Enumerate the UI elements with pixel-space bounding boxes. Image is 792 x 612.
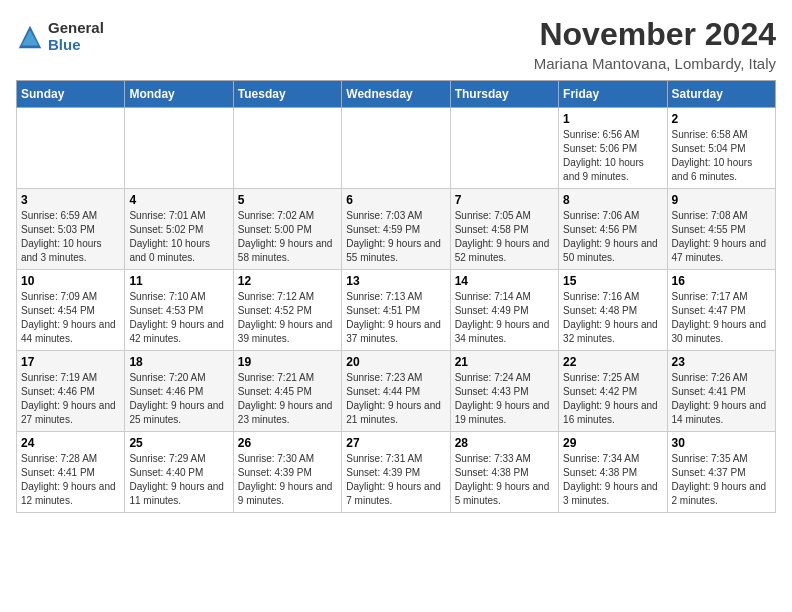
day-info: Sunrise: 7:23 AM Sunset: 4:44 PM Dayligh…	[346, 371, 445, 427]
calendar-table: SundayMondayTuesdayWednesdayThursdayFrid…	[16, 80, 776, 513]
day-number: 22	[563, 355, 662, 369]
week-row-4: 17Sunrise: 7:19 AM Sunset: 4:46 PM Dayli…	[17, 351, 776, 432]
calendar-cell: 7Sunrise: 7:05 AM Sunset: 4:58 PM Daylig…	[450, 189, 558, 270]
day-number: 23	[672, 355, 771, 369]
day-info: Sunrise: 6:56 AM Sunset: 5:06 PM Dayligh…	[563, 128, 662, 184]
calendar-cell: 29Sunrise: 7:34 AM Sunset: 4:38 PM Dayli…	[559, 432, 667, 513]
day-info: Sunrise: 7:20 AM Sunset: 4:46 PM Dayligh…	[129, 371, 228, 427]
header-day-friday: Friday	[559, 81, 667, 108]
calendar-body: 1Sunrise: 6:56 AM Sunset: 5:06 PM Daylig…	[17, 108, 776, 513]
day-info: Sunrise: 7:01 AM Sunset: 5:02 PM Dayligh…	[129, 209, 228, 265]
day-number: 17	[21, 355, 120, 369]
day-number: 27	[346, 436, 445, 450]
day-number: 20	[346, 355, 445, 369]
header-day-monday: Monday	[125, 81, 233, 108]
day-number: 5	[238, 193, 337, 207]
day-number: 4	[129, 193, 228, 207]
day-info: Sunrise: 7:03 AM Sunset: 4:59 PM Dayligh…	[346, 209, 445, 265]
day-info: Sunrise: 7:13 AM Sunset: 4:51 PM Dayligh…	[346, 290, 445, 346]
day-info: Sunrise: 7:02 AM Sunset: 5:00 PM Dayligh…	[238, 209, 337, 265]
day-number: 19	[238, 355, 337, 369]
day-number: 15	[563, 274, 662, 288]
calendar-cell: 6Sunrise: 7:03 AM Sunset: 4:59 PM Daylig…	[342, 189, 450, 270]
day-info: Sunrise: 7:33 AM Sunset: 4:38 PM Dayligh…	[455, 452, 554, 508]
calendar-cell: 1Sunrise: 6:56 AM Sunset: 5:06 PM Daylig…	[559, 108, 667, 189]
day-info: Sunrise: 7:26 AM Sunset: 4:41 PM Dayligh…	[672, 371, 771, 427]
week-row-2: 3Sunrise: 6:59 AM Sunset: 5:03 PM Daylig…	[17, 189, 776, 270]
day-number: 8	[563, 193, 662, 207]
calendar-cell: 30Sunrise: 7:35 AM Sunset: 4:37 PM Dayli…	[667, 432, 775, 513]
calendar-cell: 12Sunrise: 7:12 AM Sunset: 4:52 PM Dayli…	[233, 270, 341, 351]
calendar-cell: 10Sunrise: 7:09 AM Sunset: 4:54 PM Dayli…	[17, 270, 125, 351]
day-number: 24	[21, 436, 120, 450]
day-number: 16	[672, 274, 771, 288]
day-info: Sunrise: 6:58 AM Sunset: 5:04 PM Dayligh…	[672, 128, 771, 184]
week-row-3: 10Sunrise: 7:09 AM Sunset: 4:54 PM Dayli…	[17, 270, 776, 351]
day-info: Sunrise: 7:31 AM Sunset: 4:39 PM Dayligh…	[346, 452, 445, 508]
logo-icon	[16, 23, 44, 51]
calendar-cell: 14Sunrise: 7:14 AM Sunset: 4:49 PM Dayli…	[450, 270, 558, 351]
day-info: Sunrise: 7:19 AM Sunset: 4:46 PM Dayligh…	[21, 371, 120, 427]
week-row-1: 1Sunrise: 6:56 AM Sunset: 5:06 PM Daylig…	[17, 108, 776, 189]
calendar-cell: 9Sunrise: 7:08 AM Sunset: 4:55 PM Daylig…	[667, 189, 775, 270]
day-info: Sunrise: 7:09 AM Sunset: 4:54 PM Dayligh…	[21, 290, 120, 346]
day-number: 30	[672, 436, 771, 450]
calendar-cell: 24Sunrise: 7:28 AM Sunset: 4:41 PM Dayli…	[17, 432, 125, 513]
day-number: 11	[129, 274, 228, 288]
day-info: Sunrise: 7:29 AM Sunset: 4:40 PM Dayligh…	[129, 452, 228, 508]
day-info: Sunrise: 7:35 AM Sunset: 4:37 PM Dayligh…	[672, 452, 771, 508]
title-area: November 2024 Mariana Mantovana, Lombard…	[534, 16, 776, 72]
day-number: 6	[346, 193, 445, 207]
logo: General Blue	[16, 20, 104, 53]
day-info: Sunrise: 7:21 AM Sunset: 4:45 PM Dayligh…	[238, 371, 337, 427]
calendar-cell: 4Sunrise: 7:01 AM Sunset: 5:02 PM Daylig…	[125, 189, 233, 270]
day-number: 28	[455, 436, 554, 450]
calendar-cell: 28Sunrise: 7:33 AM Sunset: 4:38 PM Dayli…	[450, 432, 558, 513]
calendar-cell: 21Sunrise: 7:24 AM Sunset: 4:43 PM Dayli…	[450, 351, 558, 432]
day-info: Sunrise: 7:05 AM Sunset: 4:58 PM Dayligh…	[455, 209, 554, 265]
header-day-wednesday: Wednesday	[342, 81, 450, 108]
month-title: November 2024	[534, 16, 776, 53]
calendar-cell: 26Sunrise: 7:30 AM Sunset: 4:39 PM Dayli…	[233, 432, 341, 513]
day-number: 18	[129, 355, 228, 369]
day-number: 13	[346, 274, 445, 288]
day-info: Sunrise: 6:59 AM Sunset: 5:03 PM Dayligh…	[21, 209, 120, 265]
calendar-cell: 27Sunrise: 7:31 AM Sunset: 4:39 PM Dayli…	[342, 432, 450, 513]
calendar-cell: 2Sunrise: 6:58 AM Sunset: 5:04 PM Daylig…	[667, 108, 775, 189]
logo-general-text: General	[48, 20, 104, 37]
day-number: 14	[455, 274, 554, 288]
day-number: 2	[672, 112, 771, 126]
day-number: 25	[129, 436, 228, 450]
calendar-cell: 8Sunrise: 7:06 AM Sunset: 4:56 PM Daylig…	[559, 189, 667, 270]
day-info: Sunrise: 7:30 AM Sunset: 4:39 PM Dayligh…	[238, 452, 337, 508]
week-row-5: 24Sunrise: 7:28 AM Sunset: 4:41 PM Dayli…	[17, 432, 776, 513]
header-day-tuesday: Tuesday	[233, 81, 341, 108]
day-number: 29	[563, 436, 662, 450]
calendar-cell: 3Sunrise: 6:59 AM Sunset: 5:03 PM Daylig…	[17, 189, 125, 270]
day-info: Sunrise: 7:12 AM Sunset: 4:52 PM Dayligh…	[238, 290, 337, 346]
day-info: Sunrise: 7:10 AM Sunset: 4:53 PM Dayligh…	[129, 290, 228, 346]
header-row: SundayMondayTuesdayWednesdayThursdayFrid…	[17, 81, 776, 108]
header-day-saturday: Saturday	[667, 81, 775, 108]
day-info: Sunrise: 7:34 AM Sunset: 4:38 PM Dayligh…	[563, 452, 662, 508]
day-number: 26	[238, 436, 337, 450]
calendar-cell: 23Sunrise: 7:26 AM Sunset: 4:41 PM Dayli…	[667, 351, 775, 432]
day-info: Sunrise: 7:24 AM Sunset: 4:43 PM Dayligh…	[455, 371, 554, 427]
day-info: Sunrise: 7:25 AM Sunset: 4:42 PM Dayligh…	[563, 371, 662, 427]
calendar-cell: 20Sunrise: 7:23 AM Sunset: 4:44 PM Dayli…	[342, 351, 450, 432]
calendar-cell: 18Sunrise: 7:20 AM Sunset: 4:46 PM Dayli…	[125, 351, 233, 432]
calendar-cell: 15Sunrise: 7:16 AM Sunset: 4:48 PM Dayli…	[559, 270, 667, 351]
day-info: Sunrise: 7:17 AM Sunset: 4:47 PM Dayligh…	[672, 290, 771, 346]
day-number: 7	[455, 193, 554, 207]
logo-blue-text: Blue	[48, 37, 104, 54]
calendar-cell: 16Sunrise: 7:17 AM Sunset: 4:47 PM Dayli…	[667, 270, 775, 351]
day-info: Sunrise: 7:28 AM Sunset: 4:41 PM Dayligh…	[21, 452, 120, 508]
calendar-cell	[125, 108, 233, 189]
calendar-cell	[17, 108, 125, 189]
day-number: 9	[672, 193, 771, 207]
calendar-cell: 13Sunrise: 7:13 AM Sunset: 4:51 PM Dayli…	[342, 270, 450, 351]
location-subtitle: Mariana Mantovana, Lombardy, Italy	[534, 55, 776, 72]
header-day-sunday: Sunday	[17, 81, 125, 108]
calendar-cell	[233, 108, 341, 189]
day-info: Sunrise: 7:14 AM Sunset: 4:49 PM Dayligh…	[455, 290, 554, 346]
